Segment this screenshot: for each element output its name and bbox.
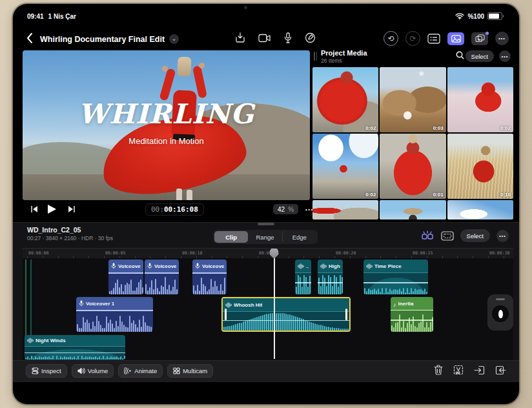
skip-forward-icon[interactable] (68, 205, 76, 213)
status-bar-right: %100 (455, 12, 502, 20)
media-thumbnail[interactable] (447, 200, 513, 219)
volume-line[interactable] (363, 282, 428, 283)
timeline-clip-high-[interactable]: High… (318, 260, 343, 294)
timeline-resize-handle[interactable] (258, 223, 274, 225)
zoom-level-control[interactable]: 42 % (273, 204, 298, 214)
timeline-clip-voiceover-2[interactable]: Voiceover 2 (108, 260, 143, 294)
segment-edge[interactable]: Edge (282, 231, 316, 243)
skip-back-icon[interactable] (30, 205, 38, 213)
microphone-icon[interactable] (284, 32, 292, 43)
timeline-clip-time-piece[interactable]: Time Piece (363, 260, 428, 294)
timeline-clip-night-winds[interactable]: Night Winds (25, 335, 125, 360)
audio-waveform (192, 274, 227, 294)
project-title[interactable]: Whirling Documentary Final Edit ⌄ (40, 34, 179, 44)
segment-range[interactable]: Range (248, 231, 281, 243)
media-panel-header: Project Media 26 Items Select ••• (312, 49, 513, 66)
ruler-label: 00:00:25 (413, 250, 433, 256)
toolbar-more-icon[interactable]: ••• (495, 32, 509, 45)
media-thumbnail[interactable]: 0:01 (380, 134, 445, 199)
viewer-title-overlay: WHIRLING (23, 98, 310, 130)
animate-button[interactable]: Animate (118, 364, 163, 378)
trim-handle-right[interactable] (345, 309, 347, 320)
timeline-clip-whoosh-hit[interactable]: Whoosh Hit (221, 297, 351, 332)
timecode-display[interactable]: 00:00:16:08 (145, 203, 204, 216)
jog-drag-bar[interactable] (496, 298, 505, 300)
audio-waveform (391, 311, 433, 332)
insert-icon[interactable] (474, 365, 485, 375)
volume-button[interactable]: Volume (72, 364, 114, 378)
timeline-clip-voiceover-2[interactable]: Voiceover 2 (145, 260, 179, 294)
transport-controls: 00:00:16:08 42 % ••• (23, 201, 310, 221)
snapping-toggle-icon[interactable] (441, 231, 454, 241)
front-camera (244, 6, 247, 9)
volume-line[interactable] (25, 352, 125, 354)
clip-label: Time Piece (374, 263, 402, 269)
ruler-label: 00:00:10 (182, 250, 202, 256)
trim-handle-left[interactable] (225, 309, 227, 320)
multicam-button[interactable]: Multicam (167, 364, 213, 378)
timeline-clip-voiceover-1[interactable]: Voiceover 1 (76, 297, 153, 332)
play-icon[interactable] (47, 204, 57, 214)
wifi-icon (455, 13, 464, 19)
timeline-clip-voiceover-3[interactable]: Voiceover 3 (192, 260, 227, 294)
camera-icon[interactable] (258, 34, 271, 43)
waveform-icon (225, 302, 232, 308)
clip-label: … (306, 263, 309, 269)
media-thumbnail[interactable] (380, 200, 445, 219)
timeline-ruler[interactable]: 00:00:00 00:00:05 00:00:10 00:00:15 00:0… (23, 248, 513, 259)
jog-wheel-toggle-icon[interactable] (420, 230, 435, 241)
search-icon[interactable] (456, 51, 464, 59)
back-button[interactable] (26, 32, 39, 45)
waveform-icon (320, 263, 327, 269)
volume-line[interactable] (223, 320, 349, 321)
media-more-icon[interactable]: ••• (499, 50, 511, 62)
app-screen: 09:41 1 Nis Çar %100 Whirling Documentar… (13, 4, 519, 404)
jog-wheel-widget[interactable] (487, 294, 513, 331)
clip-label: Night Winds (36, 338, 66, 343)
mic-icon (79, 300, 84, 307)
effects-icon[interactable] (471, 32, 488, 45)
clip-label: Voiceover 1 (86, 301, 114, 307)
media-thumbnail[interactable]: 0:02 (447, 67, 513, 132)
audio-waveform (363, 273, 428, 294)
volume-line[interactable] (295, 282, 311, 283)
segment-clip[interactable]: Clip (214, 231, 248, 243)
panel-drag-handle[interactable] (314, 52, 317, 61)
edit-action-icons (434, 365, 506, 375)
timeline-clip-inertia[interactable]: ♪Inertia (391, 297, 433, 332)
media-thumbnail[interactable]: 0:10 (447, 134, 513, 199)
import-icon[interactable] (235, 32, 245, 43)
clip-label: Voiceover 3 (202, 263, 224, 269)
timeline-controls: Select ••• (420, 229, 509, 242)
jog-dial[interactable] (491, 305, 509, 323)
media-thumbnail[interactable]: 0:03 (380, 67, 445, 132)
undo-icon[interactable]: ⟲ (384, 31, 398, 46)
replace-icon[interactable] (495, 365, 506, 375)
chevron-down-icon[interactable]: ⌄ (169, 34, 179, 44)
trash-icon[interactable] (434, 365, 443, 375)
volume-line[interactable] (391, 320, 433, 321)
timeline-select-button[interactable]: Select (460, 229, 490, 242)
timeline-clips: Voiceover 2Voiceover 2Voiceover 3…High…T… (23, 258, 513, 360)
audio-waveform (295, 273, 311, 294)
pencil-draw-icon[interactable] (305, 32, 316, 43)
mic-icon (147, 263, 152, 269)
redo-icon[interactable]: ⟳ (405, 31, 420, 46)
inspect-button[interactable]: Inspect (26, 364, 67, 378)
audio-waveform (145, 274, 179, 294)
media-browser-icon[interactable] (447, 32, 464, 45)
ruler-label: 00:00:30 (489, 250, 509, 256)
timeline-clip-meta: 00:27 · 3840 × 2160 · HDR · 30 fps (27, 235, 113, 241)
media-thumbnail[interactable]: 0:02 (312, 134, 378, 199)
volume-line[interactable] (318, 282, 343, 283)
media-thumbnail[interactable]: 0:02 (312, 67, 378, 132)
inspector-list-icon[interactable] (427, 34, 440, 44)
ruler-label: 00:00:20 (336, 250, 356, 256)
timeline-clip--[interactable]: … (295, 260, 311, 294)
blade-icon[interactable] (453, 365, 464, 375)
media-select-button[interactable]: Select (466, 50, 494, 62)
status-bar-left: 09:41 1 Nis Çar (27, 13, 76, 20)
media-thumbnail[interactable] (312, 200, 378, 219)
bottom-toolbar: Inspect Volume Animate Multicam (13, 360, 519, 382)
timeline-more-icon[interactable]: ••• (496, 230, 509, 242)
